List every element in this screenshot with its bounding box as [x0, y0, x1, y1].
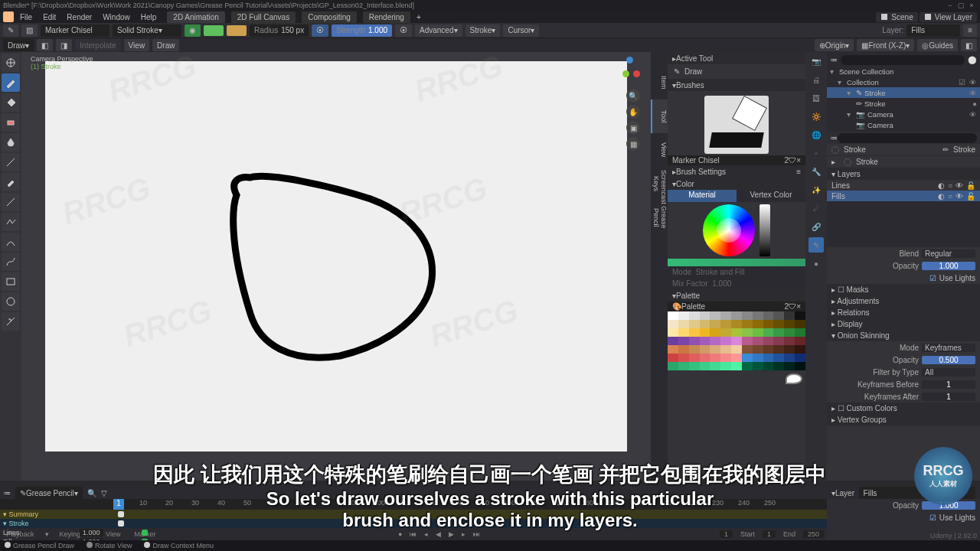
tool-curve[interactable]: [2, 253, 20, 271]
strength-field[interactable]: Strength1.000: [332, 24, 392, 37]
origin-dd[interactable]: ⊕ Origin ▾: [815, 39, 854, 51]
tab-fx-icon[interactable]: ✨: [808, 182, 824, 197]
menu-file[interactable]: File: [15, 12, 37, 22]
palette-unlink-icon[interactable]: ×: [796, 302, 801, 311]
sec-relations[interactable]: ▸ Relations: [827, 307, 980, 318]
tool-erase[interactable]: [2, 113, 20, 132]
uselights-cb[interactable]: Use Lights: [939, 274, 975, 282]
ol-camera-data[interactable]: Camera: [867, 121, 977, 129]
close-btn[interactable]: ×: [966, 2, 977, 9]
palette-swatch[interactable]: [773, 345, 784, 354]
palette-swatch[interactable]: [710, 311, 720, 320]
bp-uselights[interactable]: Use Lights: [939, 514, 975, 522]
palette-grid[interactable]: [668, 311, 805, 370]
tl-type-icon[interactable]: ≔: [3, 489, 11, 497]
palette-swatch[interactable]: [678, 354, 689, 362]
palette-swatch[interactable]: [742, 311, 753, 320]
sec-brushes[interactable]: ▾ Brushes: [668, 79, 805, 91]
sec-vertex-groups[interactable]: ▸ Vertex Groups: [827, 414, 980, 425]
eye-icon[interactable]: 👁: [969, 110, 977, 119]
tab-vertex-color[interactable]: Vertex Color: [737, 190, 805, 202]
tl-ruler[interactable]: 1 11020304050607080901001101201301401501…: [0, 499, 827, 510]
col-eye-icon[interactable]: 👁: [969, 78, 977, 86]
palette-swatch[interactable]: [668, 354, 678, 362]
palette-swatch[interactable]: [710, 337, 720, 345]
viewlayer-selector[interactable]: View Layer: [920, 12, 977, 22]
sec-custom-colors[interactable]: ▸ ☐ Custom Colors: [827, 403, 980, 414]
tab-gp[interactable]: Grease Pencil: [651, 201, 668, 234]
hide-icon[interactable]: 👁: [956, 192, 963, 201]
fake-user-icon[interactable]: 🛡: [789, 156, 796, 165]
mode-select[interactable]: Draw ▾: [3, 39, 34, 51]
ws-2d-animation[interactable]: 2D Animation: [167, 11, 224, 23]
palette-swatch[interactable]: [700, 320, 710, 328]
palette-swatch[interactable]: [763, 337, 774, 345]
palette-swatch[interactable]: [668, 345, 678, 354]
palette-swatch[interactable]: [763, 354, 774, 362]
tab-viewlayer-icon[interactable]: 🖼: [808, 90, 824, 106]
onion-mode-dd[interactable]: Keyframes: [922, 344, 975, 352]
sec-active-tool[interactable]: ▸ Active Tool: [668, 52, 805, 64]
palette-swatch[interactable]: [720, 354, 731, 362]
onion-filter-dd[interactable]: All: [922, 368, 975, 377]
palette-swatch[interactable]: [678, 345, 689, 354]
menu-help[interactable]: Help: [136, 12, 162, 22]
palette-swatch[interactable]: [689, 320, 700, 328]
palette-swatch[interactable]: [678, 328, 689, 337]
mask-icon[interactable]: ◐: [938, 192, 945, 201]
outliner-search[interactable]: [841, 55, 965, 65]
x-axis-icon[interactable]: [633, 70, 640, 77]
tool-tint[interactable]: [2, 133, 20, 152]
sec-display[interactable]: ▸ Display: [827, 318, 980, 330]
palette-swatch[interactable]: [720, 320, 731, 328]
tool-circle[interactable]: [2, 292, 20, 311]
tab-objdata-icon[interactable]: ✎: [808, 237, 824, 253]
keyframe-icon[interactable]: [118, 520, 124, 527]
props-mode-icon[interactable]: ≔: [830, 134, 838, 142]
tl-search-icon[interactable]: 🔍: [87, 489, 96, 497]
minimize-btn[interactable]: −: [945, 2, 956, 9]
ws-rendering[interactable]: Rendering: [363, 11, 410, 23]
palette-swatch[interactable]: [753, 362, 763, 370]
palette-swatch[interactable]: [784, 354, 795, 362]
pan-icon[interactable]: ✋: [626, 105, 640, 119]
sec-adjust[interactable]: ▸ Adjustments: [827, 295, 980, 307]
sec-onion[interactable]: ▾ Onion Skinning: [827, 330, 980, 341]
tl-mode[interactable]: ✎ Grease Pencil ▾: [15, 487, 83, 499]
tab-material-icon[interactable]: ●: [808, 256, 824, 271]
col-cb-icon[interactable]: ☑: [959, 78, 965, 86]
tab-scene-icon[interactable]: 🔆: [808, 109, 824, 124]
y-axis-icon[interactable]: [622, 70, 629, 77]
scene-selector[interactable]: Scene: [876, 12, 917, 22]
palette-swatch[interactable]: [763, 362, 774, 370]
palette-swatch[interactable]: [773, 354, 784, 362]
tab-render-icon[interactable]: 📷: [808, 54, 824, 69]
keyframe-icon[interactable]: [118, 511, 124, 517]
layer-select[interactable]: Fills: [906, 24, 960, 37]
palette-swatch[interactable]: [689, 311, 700, 320]
sec-masks[interactable]: ▸ ☐ Masks: [827, 284, 980, 295]
tab-screencast[interactable]: Screencast Keys: [651, 167, 668, 201]
palette-swatch[interactable]: [742, 362, 753, 370]
palette-swatch[interactable]: [795, 320, 805, 328]
palette-swatch[interactable]: [742, 337, 753, 345]
palette-swatch[interactable]: [668, 362, 678, 370]
palette-swatch[interactable]: [753, 328, 763, 337]
view-menu[interactable]: View: [124, 39, 150, 51]
menu-edit[interactable]: Edit: [38, 12, 60, 22]
tool-fill[interactable]: [2, 93, 20, 112]
palette-swatch[interactable]: [710, 362, 720, 370]
blender-logo-icon[interactable]: [3, 11, 14, 22]
tl-stroke-row[interactable]: ▾ Stroke: [0, 519, 827, 528]
layer-lines[interactable]: Lines: [831, 181, 935, 190]
palette-swatch[interactable]: [720, 337, 731, 345]
draw-menu[interactable]: Draw: [152, 39, 179, 51]
palette-swatch[interactable]: [773, 337, 784, 345]
ol-camera[interactable]: Camera: [867, 110, 965, 119]
tab-world-icon[interactable]: 🌐: [808, 127, 824, 142]
menu-render[interactable]: Render: [62, 12, 96, 22]
sec-color[interactable]: ▾ Color: [668, 178, 805, 190]
lock-icon[interactable]: 🔓: [966, 181, 975, 190]
palette-swatch[interactable]: [678, 337, 689, 345]
palette-swatch[interactable]: [763, 311, 774, 320]
